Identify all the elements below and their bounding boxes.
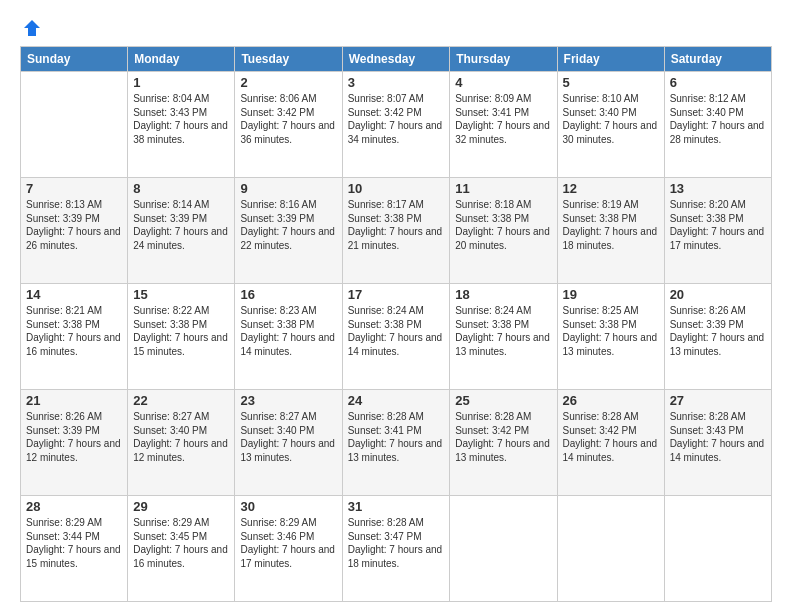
calendar-cell: 18Sunrise: 8:24 AM Sunset: 3:38 PM Dayli… [450,284,557,390]
calendar-cell: 20Sunrise: 8:26 AM Sunset: 3:39 PM Dayli… [664,284,771,390]
day-info: Sunrise: 8:19 AM Sunset: 3:38 PM Dayligh… [563,198,659,252]
week-row-4: 21Sunrise: 8:26 AM Sunset: 3:39 PM Dayli… [21,390,772,496]
day-info: Sunrise: 8:25 AM Sunset: 3:38 PM Dayligh… [563,304,659,358]
calendar-table: SundayMondayTuesdayWednesdayThursdayFrid… [20,46,772,602]
calendar-cell: 23Sunrise: 8:27 AM Sunset: 3:40 PM Dayli… [235,390,342,496]
day-info: Sunrise: 8:29 AM Sunset: 3:46 PM Dayligh… [240,516,336,570]
calendar-cell: 17Sunrise: 8:24 AM Sunset: 3:38 PM Dayli… [342,284,450,390]
day-info: Sunrise: 8:27 AM Sunset: 3:40 PM Dayligh… [240,410,336,464]
calendar-cell: 30Sunrise: 8:29 AM Sunset: 3:46 PM Dayli… [235,496,342,602]
calendar-cell: 14Sunrise: 8:21 AM Sunset: 3:38 PM Dayli… [21,284,128,390]
day-number: 29 [133,499,229,514]
calendar-cell: 25Sunrise: 8:28 AM Sunset: 3:42 PM Dayli… [450,390,557,496]
header-cell-tuesday: Tuesday [235,47,342,72]
header-cell-monday: Monday [128,47,235,72]
week-row-2: 7Sunrise: 8:13 AM Sunset: 3:39 PM Daylig… [21,178,772,284]
calendar-cell: 27Sunrise: 8:28 AM Sunset: 3:43 PM Dayli… [664,390,771,496]
day-info: Sunrise: 8:28 AM Sunset: 3:42 PM Dayligh… [563,410,659,464]
calendar-cell [21,72,128,178]
calendar-cell: 3Sunrise: 8:07 AM Sunset: 3:42 PM Daylig… [342,72,450,178]
calendar-cell: 16Sunrise: 8:23 AM Sunset: 3:38 PM Dayli… [235,284,342,390]
calendar-cell: 15Sunrise: 8:22 AM Sunset: 3:38 PM Dayli… [128,284,235,390]
day-number: 22 [133,393,229,408]
day-info: Sunrise: 8:10 AM Sunset: 3:40 PM Dayligh… [563,92,659,146]
header-cell-friday: Friday [557,47,664,72]
calendar-cell: 9Sunrise: 8:16 AM Sunset: 3:39 PM Daylig… [235,178,342,284]
day-number: 31 [348,499,445,514]
day-info: Sunrise: 8:27 AM Sunset: 3:40 PM Dayligh… [133,410,229,464]
day-info: Sunrise: 8:26 AM Sunset: 3:39 PM Dayligh… [670,304,766,358]
week-row-1: 1Sunrise: 8:04 AM Sunset: 3:43 PM Daylig… [21,72,772,178]
calendar-cell: 22Sunrise: 8:27 AM Sunset: 3:40 PM Dayli… [128,390,235,496]
day-number: 21 [26,393,122,408]
day-number: 17 [348,287,445,302]
day-info: Sunrise: 8:07 AM Sunset: 3:42 PM Dayligh… [348,92,445,146]
calendar-cell: 26Sunrise: 8:28 AM Sunset: 3:42 PM Dayli… [557,390,664,496]
header-cell-thursday: Thursday [450,47,557,72]
day-info: Sunrise: 8:28 AM Sunset: 3:42 PM Dayligh… [455,410,551,464]
day-number: 8 [133,181,229,196]
calendar-cell: 31Sunrise: 8:28 AM Sunset: 3:47 PM Dayli… [342,496,450,602]
header [20,18,772,38]
day-number: 7 [26,181,122,196]
day-number: 13 [670,181,766,196]
calendar-cell: 11Sunrise: 8:18 AM Sunset: 3:38 PM Dayli… [450,178,557,284]
day-number: 20 [670,287,766,302]
calendar-cell: 1Sunrise: 8:04 AM Sunset: 3:43 PM Daylig… [128,72,235,178]
day-info: Sunrise: 8:09 AM Sunset: 3:41 PM Dayligh… [455,92,551,146]
calendar-cell: 12Sunrise: 8:19 AM Sunset: 3:38 PM Dayli… [557,178,664,284]
svg-marker-0 [24,20,40,36]
calendar-cell: 24Sunrise: 8:28 AM Sunset: 3:41 PM Dayli… [342,390,450,496]
calendar-cell: 4Sunrise: 8:09 AM Sunset: 3:41 PM Daylig… [450,72,557,178]
day-info: Sunrise: 8:21 AM Sunset: 3:38 PM Dayligh… [26,304,122,358]
day-number: 10 [348,181,445,196]
day-info: Sunrise: 8:24 AM Sunset: 3:38 PM Dayligh… [348,304,445,358]
week-row-5: 28Sunrise: 8:29 AM Sunset: 3:44 PM Dayli… [21,496,772,602]
calendar-cell: 10Sunrise: 8:17 AM Sunset: 3:38 PM Dayli… [342,178,450,284]
day-number: 25 [455,393,551,408]
day-number: 14 [26,287,122,302]
day-number: 3 [348,75,445,90]
day-number: 1 [133,75,229,90]
day-info: Sunrise: 8:12 AM Sunset: 3:40 PM Dayligh… [670,92,766,146]
day-number: 2 [240,75,336,90]
calendar-cell: 13Sunrise: 8:20 AM Sunset: 3:38 PM Dayli… [664,178,771,284]
day-number: 15 [133,287,229,302]
day-info: Sunrise: 8:22 AM Sunset: 3:38 PM Dayligh… [133,304,229,358]
day-info: Sunrise: 8:24 AM Sunset: 3:38 PM Dayligh… [455,304,551,358]
calendar-cell: 5Sunrise: 8:10 AM Sunset: 3:40 PM Daylig… [557,72,664,178]
calendar-cell: 8Sunrise: 8:14 AM Sunset: 3:39 PM Daylig… [128,178,235,284]
day-info: Sunrise: 8:16 AM Sunset: 3:39 PM Dayligh… [240,198,336,252]
day-number: 11 [455,181,551,196]
calendar-cell [450,496,557,602]
header-cell-saturday: Saturday [664,47,771,72]
day-number: 16 [240,287,336,302]
day-number: 6 [670,75,766,90]
calendar-cell: 2Sunrise: 8:06 AM Sunset: 3:42 PM Daylig… [235,72,342,178]
day-number: 26 [563,393,659,408]
calendar-cell [664,496,771,602]
day-number: 5 [563,75,659,90]
day-info: Sunrise: 8:04 AM Sunset: 3:43 PM Dayligh… [133,92,229,146]
day-number: 9 [240,181,336,196]
day-number: 30 [240,499,336,514]
week-row-3: 14Sunrise: 8:21 AM Sunset: 3:38 PM Dayli… [21,284,772,390]
day-number: 18 [455,287,551,302]
calendar-cell: 19Sunrise: 8:25 AM Sunset: 3:38 PM Dayli… [557,284,664,390]
calendar-cell: 28Sunrise: 8:29 AM Sunset: 3:44 PM Dayli… [21,496,128,602]
day-info: Sunrise: 8:18 AM Sunset: 3:38 PM Dayligh… [455,198,551,252]
day-info: Sunrise: 8:14 AM Sunset: 3:39 PM Dayligh… [133,198,229,252]
logo-icon [22,18,42,38]
calendar-cell: 7Sunrise: 8:13 AM Sunset: 3:39 PM Daylig… [21,178,128,284]
day-number: 28 [26,499,122,514]
header-cell-wednesday: Wednesday [342,47,450,72]
calendar-cell [557,496,664,602]
day-info: Sunrise: 8:17 AM Sunset: 3:38 PM Dayligh… [348,198,445,252]
calendar-cell: 29Sunrise: 8:29 AM Sunset: 3:45 PM Dayli… [128,496,235,602]
day-number: 23 [240,393,336,408]
day-info: Sunrise: 8:28 AM Sunset: 3:47 PM Dayligh… [348,516,445,570]
day-info: Sunrise: 8:28 AM Sunset: 3:41 PM Dayligh… [348,410,445,464]
day-number: 24 [348,393,445,408]
day-info: Sunrise: 8:13 AM Sunset: 3:39 PM Dayligh… [26,198,122,252]
day-info: Sunrise: 8:23 AM Sunset: 3:38 PM Dayligh… [240,304,336,358]
